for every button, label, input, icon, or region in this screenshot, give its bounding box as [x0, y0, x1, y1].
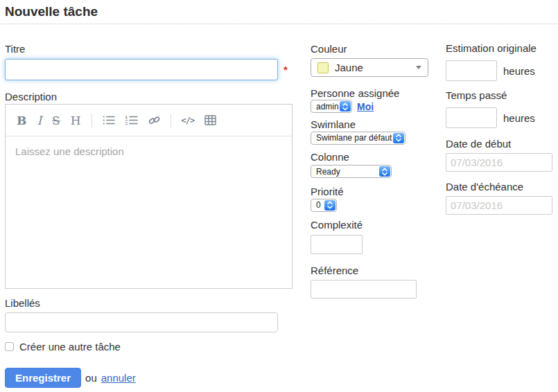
- or-text: ou: [85, 372, 97, 384]
- code-icon[interactable]: </>: [182, 116, 195, 125]
- tags-field: Libellés: [5, 297, 296, 332]
- description-field: Description B I S H: [5, 91, 296, 289]
- priority-field: Priorité 0: [311, 186, 439, 212]
- swimlane-select[interactable]: Swimlane par défaut: [311, 132, 406, 145]
- strikethrough-icon[interactable]: S: [52, 114, 60, 127]
- priority-value: 0: [316, 200, 321, 210]
- ordered-list-icon[interactable]: [125, 115, 138, 125]
- estimate-label: Estimation originale: [446, 42, 557, 55]
- start-date-label: Date de début: [446, 138, 557, 150]
- priority-label: Priorité: [311, 186, 439, 198]
- due-date-label: Date d'échéance: [446, 181, 557, 193]
- description-editor: B I S H: [5, 104, 293, 289]
- create-another-label: Créer une autre tâche: [19, 341, 121, 353]
- color-value: Jaune: [335, 62, 363, 73]
- select-stepper-icon: [379, 166, 390, 177]
- table-icon[interactable]: [204, 115, 216, 125]
- complexity-label: Complexité: [311, 219, 439, 231]
- create-another-row: Créer une autre tâche: [5, 341, 296, 353]
- due-date-field: Date d'échéance: [446, 181, 557, 215]
- select-stepper-icon: [340, 101, 351, 112]
- description-label: Description: [5, 91, 296, 103]
- bold-icon[interactable]: B: [17, 114, 26, 127]
- estimate-unit: heures: [503, 65, 535, 77]
- assignee-field: Personne assignée admin Moi: [311, 87, 439, 113]
- assign-to-me-link[interactable]: Moi: [357, 101, 374, 112]
- select-stepper-icon: [393, 133, 404, 143]
- save-button[interactable]: Enregistrer: [5, 368, 81, 388]
- color-select[interactable]: Jaune: [311, 58, 428, 77]
- estimate-input[interactable]: [446, 60, 497, 81]
- time-spent-label: Temps passé: [446, 89, 557, 102]
- editor-toolbar: B I S H: [6, 105, 292, 136]
- column-select[interactable]: Ready: [311, 165, 392, 178]
- swimlane-field: Swimlane Swimlane par défaut: [311, 118, 439, 145]
- complexity-input[interactable]: [311, 235, 363, 254]
- secondary-form-column: Couleur Jaune Personne assignée admin Mo…: [311, 0, 439, 392]
- unordered-list-icon[interactable]: [103, 115, 115, 125]
- heading-icon[interactable]: H: [71, 114, 81, 127]
- title-label: Titre: [5, 43, 296, 55]
- toolbar-divider: [91, 114, 92, 127]
- link-icon[interactable]: [148, 115, 160, 126]
- required-asterisk: *: [284, 64, 288, 75]
- form-actions: Enregistrer ou annuler: [5, 368, 296, 388]
- chevron-down-icon: [416, 66, 421, 69]
- assignee-value: admin: [316, 102, 339, 112]
- main-form-column: Titre * Description B I S H: [5, 0, 296, 392]
- swimlane-value: Swimlane par défaut: [316, 133, 392, 143]
- priority-select[interactable]: 0: [311, 199, 337, 212]
- time-spent-unit: heures: [503, 112, 535, 124]
- start-date-field: Date de début: [446, 138, 557, 172]
- color-swatch-yellow: [317, 62, 329, 73]
- column-field: Colonne Ready: [311, 151, 439, 178]
- italic-icon[interactable]: I: [37, 114, 42, 127]
- select-stepper-icon: [324, 200, 335, 211]
- assignee-select[interactable]: admin: [311, 100, 352, 113]
- start-date-input[interactable]: [446, 153, 552, 172]
- title-input[interactable]: [5, 59, 278, 80]
- reference-label: Référence: [311, 265, 439, 277]
- toolbar-divider: [171, 114, 171, 127]
- description-textarea[interactable]: [6, 136, 292, 287]
- due-date-input[interactable]: [446, 196, 552, 215]
- assignee-label: Personne assignée: [311, 87, 439, 100]
- reference-field: Référence: [311, 265, 439, 299]
- color-field: Couleur Jaune: [311, 43, 439, 77]
- column-label: Colonne: [311, 151, 439, 163]
- time-spent-input[interactable]: [446, 107, 497, 128]
- tags-input[interactable]: [5, 312, 278, 332]
- tags-label: Libellés: [5, 297, 296, 310]
- cancel-link[interactable]: annuler: [101, 372, 136, 384]
- create-another-checkbox[interactable]: [5, 342, 14, 351]
- column-value: Ready: [316, 167, 340, 177]
- time-spent-field: Temps passé heures: [446, 89, 557, 128]
- color-label: Couleur: [311, 43, 439, 55]
- dates-form-column: Estimation originale heures Temps passé …: [446, 0, 557, 392]
- estimate-field: Estimation originale heures: [446, 42, 557, 81]
- complexity-field: Complexité: [311, 219, 439, 254]
- title-field: Titre *: [5, 43, 296, 80]
- swimlane-label: Swimlane: [311, 118, 439, 131]
- reference-input[interactable]: [311, 280, 417, 299]
